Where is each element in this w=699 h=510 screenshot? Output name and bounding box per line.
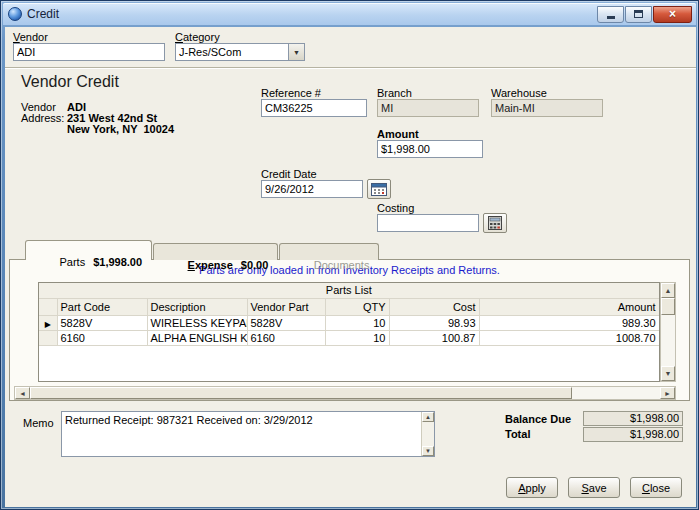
credit-window: Credit × Vendor Category J-Res/SCom ▼ Ve… (0, 0, 699, 510)
costing-input[interactable] (377, 214, 479, 232)
reference-input[interactable] (261, 99, 367, 117)
scroll-down-icon: ▼ (665, 370, 672, 377)
calendar-icon (371, 182, 387, 196)
parts-table: Parts List Part Code Description Vendor … (39, 283, 660, 346)
selector-column-header (39, 298, 57, 315)
address-label: Address: (21, 112, 64, 124)
tab-expense[interactable]: Expense$0.00 (153, 243, 278, 260)
cell-vendor-part[interactable]: 6160 (247, 330, 325, 345)
memo-input[interactable]: Returned Receipt: 987321 Received on: 3/… (62, 412, 421, 456)
cell-amount[interactable]: 989.30 (479, 315, 659, 330)
credit-date-input[interactable] (261, 180, 363, 198)
calendar-button[interactable] (367, 179, 391, 199)
window-title: Credit (27, 7, 59, 21)
close-button-label: Close (642, 482, 670, 494)
memo-box: Returned Receipt: 987321 Received on: 3/… (61, 411, 435, 457)
close-icon: × (669, 8, 676, 20)
cell-part-code[interactable]: 5828V (57, 315, 147, 330)
tab-parts-label: Parts (59, 256, 85, 268)
scroll-up-icon: ▲ (665, 287, 672, 294)
scroll-left-icon: ◄ (19, 390, 26, 397)
cell-amount[interactable]: 1008.70 (479, 330, 659, 345)
credit-date-label: Credit Date (261, 168, 317, 180)
minimize-button[interactable] (597, 6, 624, 23)
scroll-up-button[interactable]: ▲ (661, 283, 675, 298)
column-header-qty: QTY (325, 298, 389, 315)
balance-due-label: Balance Due (505, 413, 571, 425)
column-header-amount: Amount (479, 298, 659, 315)
cell-qty[interactable]: 10 (325, 330, 389, 345)
amount-input[interactable] (377, 140, 483, 158)
warehouse-label: Warehouse (491, 87, 547, 99)
window-controls: × (597, 6, 696, 23)
table-title: Parts List (39, 283, 659, 298)
cell-description[interactable]: ALPHA ENGLISH KEYF (147, 330, 247, 345)
column-header-cost: Cost (389, 298, 479, 315)
memo-label: Memo (23, 417, 54, 429)
horizontal-scrollbar-thumb[interactable] (30, 387, 572, 399)
table-header-row: Part Code Description Vendor Part QTY Co… (39, 298, 659, 315)
maximize-button[interactable] (625, 6, 652, 23)
close-button[interactable]: Close (630, 477, 682, 498)
row-selector-cell[interactable]: ▶ (39, 315, 57, 330)
column-header-vendor-part: Vendor Part (247, 298, 325, 315)
memo-scroll-up-icon: ▲ (425, 414, 431, 420)
memo-scrollbar[interactable]: ▲ ▼ (421, 412, 434, 456)
apply-button[interactable]: Apply (506, 477, 558, 498)
warehouse-input (491, 99, 603, 117)
table-row[interactable]: 6160 ALPHA ENGLISH KEYF 6160 10 100.87 1… (39, 330, 659, 345)
vendor-field-label: Vendor (13, 31, 48, 43)
scroll-left-button[interactable]: ◄ (15, 387, 30, 399)
column-header-part-code: Part Code (57, 298, 147, 315)
scroll-down-button[interactable]: ▼ (661, 366, 675, 381)
row-selector-cell[interactable] (39, 330, 57, 345)
save-button[interactable]: Save (568, 477, 620, 498)
total-value: $1,998.00 (583, 427, 683, 442)
tab-parts-amount: $1,998.00 (93, 256, 142, 268)
category-field-label: Category (175, 31, 220, 43)
close-window-button[interactable]: × (653, 6, 692, 23)
titlebar: Credit × (3, 3, 696, 25)
client-area: Vendor Category J-Res/SCom ▼ Vendor Cred… (5, 27, 696, 507)
total-label: Total (505, 428, 530, 440)
separator (5, 67, 696, 69)
branch-label: Branch (377, 87, 412, 99)
cell-part-code[interactable]: 6160 (57, 330, 147, 345)
column-header-description: Description (147, 298, 247, 315)
category-value: J-Res/SCom (176, 46, 288, 58)
balance-due-value: $1,998.00 (583, 411, 683, 426)
dropdown-arrow-glyph: ▼ (293, 49, 300, 56)
memo-scroll-down-icon: ▼ (425, 448, 431, 454)
memo-scroll-up-button[interactable]: ▲ (422, 412, 434, 422)
vertical-scrollbar[interactable]: ▲ ▼ (660, 282, 676, 382)
scroll-right-icon: ► (664, 390, 671, 397)
save-button-label: Save (581, 482, 606, 494)
tab-bar: Parts$1,998.00 Expense$0.00 Documents (25, 240, 380, 260)
vertical-scrollbar-track[interactable] (661, 298, 675, 366)
chevron-down-icon[interactable]: ▼ (288, 44, 304, 60)
vendor-input[interactable] (13, 43, 165, 61)
scroll-right-button[interactable]: ► (660, 387, 675, 399)
cell-cost[interactable]: 100.87 (389, 330, 479, 345)
branch-input (377, 99, 479, 117)
costing-lookup-button[interactable] (483, 213, 507, 233)
cell-cost[interactable]: 98.93 (389, 315, 479, 330)
cell-vendor-part[interactable]: 5828V (247, 315, 325, 330)
category-select[interactable]: J-Res/SCom ▼ (175, 43, 305, 61)
horizontal-scrollbar-track[interactable] (30, 387, 660, 399)
tab-parts[interactable]: Parts$1,998.00 (25, 240, 152, 260)
table-row[interactable]: ▶ 5828V WIRELESS KEYPAD W 5828V 10 98.93… (39, 315, 659, 330)
page-title: Vendor Credit (21, 73, 119, 91)
tab-expense-label: Expense (188, 259, 233, 271)
cell-qty[interactable]: 10 (325, 315, 389, 330)
app-icon (8, 7, 22, 21)
minimize-icon (607, 16, 615, 19)
reference-label: Reference # (261, 87, 321, 99)
parts-tab-panel: Parts are only loaded in from Inventory … (9, 259, 690, 401)
tab-expense-amount: $0.00 (241, 259, 269, 271)
horizontal-scrollbar[interactable]: ◄ ► (14, 386, 676, 400)
cell-description[interactable]: WIRELESS KEYPAD W (147, 315, 247, 330)
parts-grid: Parts List Part Code Description Vendor … (38, 282, 660, 382)
vertical-scrollbar-thumb[interactable] (661, 298, 675, 315)
memo-scroll-down-button[interactable]: ▼ (422, 446, 434, 456)
